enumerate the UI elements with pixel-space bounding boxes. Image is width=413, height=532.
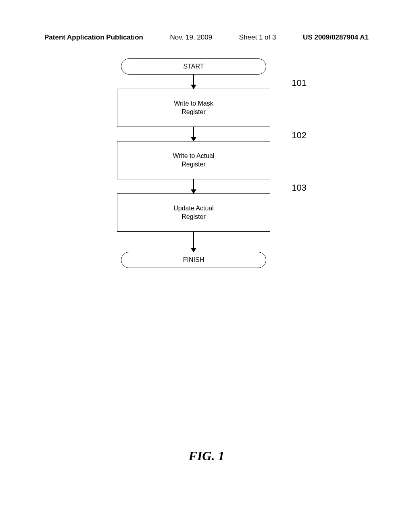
arrow-connector: 103 — [117, 179, 270, 193]
process-text-line: Register — [181, 108, 206, 116]
flowchart-diagram: START 101 Write to Mask Register 102 Wri… — [117, 58, 270, 268]
finish-label: FINISH — [183, 256, 204, 264]
start-terminator: START — [121, 58, 266, 75]
process-text-line: Update Actual — [173, 204, 214, 213]
process-step-1: Write to Mask Register — [117, 89, 270, 127]
step-ref-102: 102 — [292, 130, 307, 141]
publication-text: Patent Application Publication — [44, 33, 143, 42]
sheet-number: Sheet 1 of 3 — [239, 33, 276, 42]
figure-label: FIG. 1 — [189, 449, 225, 463]
process-step-3: Update Actual Register — [117, 193, 270, 232]
start-label: START — [184, 63, 204, 70]
process-text-line: Register — [181, 160, 206, 169]
process-step-2: Write to Actual Register — [117, 141, 270, 179]
process-text-line: Register — [181, 213, 206, 221]
arrow-connector: 102 — [117, 127, 270, 141]
process-text-line: Write to Mask — [174, 100, 213, 108]
publication-date: Nov. 19, 2009 — [170, 33, 213, 42]
step-ref-103: 103 — [292, 183, 307, 193]
page-header: Patent Application Publication Nov. 19, … — [0, 33, 413, 42]
arrow-connector — [117, 232, 270, 252]
finish-terminator: FINISH — [121, 252, 266, 268]
step-ref-101: 101 — [292, 78, 307, 88]
process-text-line: Write to Actual — [173, 152, 215, 160]
publication-number: US 2009/0287904 A1 — [303, 33, 369, 42]
arrow-connector: 101 — [117, 75, 270, 89]
